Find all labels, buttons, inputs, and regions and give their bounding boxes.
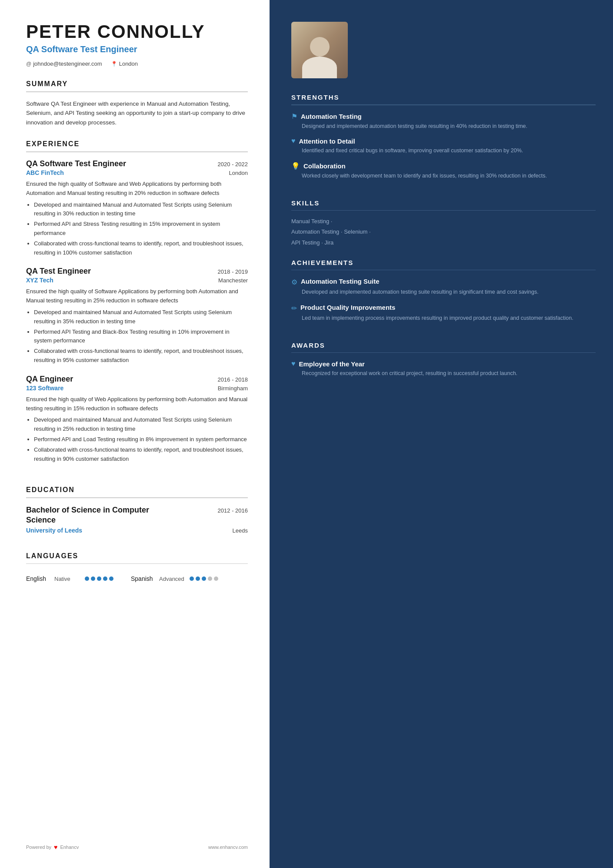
job-company-row-1: ABC FinTech London (26, 169, 248, 176)
dot-s2 (196, 576, 200, 581)
award-item-1: ♥ Employee of the Year Recognized for ex… (291, 360, 596, 378)
footer-left: Powered by ♥ Enhancv (26, 844, 79, 851)
achievement-header-1: ⚙ Automation Testing Suite (291, 277, 596, 286)
edu-university-1: University of Leeds (26, 527, 82, 534)
lang-name-english: English (26, 575, 50, 582)
achievements-section: ACHIEVEMENTS ⚙ Automation Testing Suite … (291, 259, 596, 329)
achievements-divider (291, 270, 596, 271)
strength-title-3: Collaboration (303, 162, 346, 170)
bullet-3-1: Developed and maintained Manual and Auto… (34, 416, 248, 434)
awards-section: AWARDS ♥ Employee of the Year Recognized… (291, 342, 596, 385)
lang-dots-spanish (190, 576, 218, 581)
photo-head (310, 37, 330, 57)
job-company-1: ABC FinTech (26, 169, 64, 176)
edu-location-1: Leeds (233, 527, 248, 534)
lang-dots-english (85, 576, 113, 581)
job-desc-1: Ensured the high quality of Software and… (26, 180, 248, 198)
award-title-1: Employee of the Year (299, 360, 365, 368)
edu-dates-1: 2012 - 2016 (218, 507, 248, 514)
job-dates-3: 2016 - 2018 (218, 376, 248, 383)
strength-icon-3: 💡 (291, 162, 300, 170)
skills-section: SKILLS Manual Testing · Automation Testi… (291, 199, 596, 247)
bullet-1-2: Performed API and Stress Testing resulti… (34, 220, 248, 238)
dot-3 (97, 576, 101, 581)
job-bullets-1: Developed and maintained Manual and Auto… (26, 201, 248, 258)
dot-2 (91, 576, 95, 581)
strength-icon-1: ⚑ (291, 112, 297, 121)
job-title: QA Software Test Engineer (26, 44, 248, 54)
email-icon: @ (26, 61, 31, 67)
bullet-2-1: Developed and maintained Manual and Auto… (34, 308, 248, 326)
languages-divider (26, 563, 248, 564)
summary-title: SUMMARY (26, 80, 248, 88)
bullet-2-3: Collaborated with cross-functional teams… (34, 347, 248, 365)
edu-uni-row-1: University of Leeds Leeds (26, 527, 248, 534)
profile-photo (291, 22, 348, 78)
lang-level-english: Native (54, 576, 80, 582)
footer-website: www.enhancv.com (208, 845, 248, 850)
job-company-2: XYZ Tech (26, 277, 53, 284)
skill-row-3: API Testing · Jira (291, 239, 596, 247)
strength-title-2: Attention to Detail (299, 137, 355, 145)
strength-header-1: ⚑ Automation Testing (291, 112, 596, 121)
dot-4 (103, 576, 107, 581)
awards-divider (291, 352, 596, 353)
achievement-icon-1: ⚙ (291, 278, 297, 286)
email-contact: @ johndoe@testengineer.com (26, 60, 102, 67)
languages-row: English Native Spanish Advanced (26, 571, 248, 582)
bullet-1-3: Collaborated with cross-functional teams… (34, 239, 248, 258)
award-desc-1: Recognized for exceptional work on criti… (291, 369, 596, 378)
lang-name-spanish: Spanish (131, 575, 155, 582)
dot-s4 (208, 576, 212, 581)
bullet-3-2: Performed API and Load Testing resulting… (34, 435, 248, 444)
dot-1 (85, 576, 89, 581)
bullet-1-1: Developed and maintained Manual and Auto… (34, 201, 248, 219)
header-section: PETER CONNOLLY QA Software Test Engineer… (26, 22, 248, 67)
achievement-title-1: Automation Testing Suite (301, 277, 380, 286)
email-value: johndoe@testengineer.com (33, 60, 102, 67)
awards-title: AWARDS (291, 342, 596, 349)
strengths-divider (291, 104, 596, 105)
job-dates-1: 2020 - 2022 (218, 161, 248, 168)
resume-container: PETER CONNOLLY QA Software Test Engineer… (0, 0, 613, 868)
photo-body (302, 57, 337, 78)
skill-row-2: Automation Testing · Selenium · (291, 228, 596, 236)
achievement-header-2: ✏ Product Quality Improvements (291, 303, 596, 312)
strength-header-3: 💡 Collaboration (291, 162, 596, 170)
job-role-1: QA Software Test Engineer (26, 159, 126, 168)
achievement-item-1: ⚙ Automation Testing Suite Developed and… (291, 277, 596, 296)
summary-section: SUMMARY Software QA Test Engineer with e… (26, 80, 248, 127)
job-bullets-2: Developed and maintained Manual and Auto… (26, 308, 248, 365)
lang-level-spanish: Advanced (159, 576, 185, 582)
brand-name: Enhancv (60, 845, 79, 850)
summary-divider (26, 91, 248, 92)
summary-text: Software QA Test Engineer with experienc… (26, 99, 248, 127)
location-contact: 📍 London (111, 60, 138, 67)
job-role-3: QA Engineer (26, 375, 73, 384)
job-entry-3: QA Engineer 2016 - 2018 123 Software Bir… (26, 375, 248, 464)
job-header-3: QA Engineer 2016 - 2018 (26, 375, 248, 384)
strength-icon-2: ♥ (291, 137, 296, 145)
contact-info: @ johndoe@testengineer.com 📍 London (26, 60, 248, 67)
powered-by-label: Powered by (26, 845, 51, 850)
location-icon: 📍 (111, 61, 117, 67)
strengths-title: STRENGTHS (291, 94, 596, 101)
job-header-2: QA Test Engineer 2018 - 2019 (26, 267, 248, 276)
dot-5 (109, 576, 113, 581)
heart-icon: ♥ (54, 844, 57, 851)
strength-item-2: ♥ Attention to Detail Identified and fix… (291, 137, 596, 155)
candidate-name: PETER CONNOLLY (26, 22, 248, 42)
job-role-2: QA Test Engineer (26, 267, 91, 276)
experience-title: EXPERIENCE (26, 140, 248, 148)
skill-row-1: Manual Testing · (291, 218, 596, 225)
language-english: English Native (26, 575, 113, 582)
bullet-3-3: Collaborated with cross-functional teams… (34, 446, 248, 464)
strength-header-2: ♥ Attention to Detail (291, 137, 596, 145)
award-header-1: ♥ Employee of the Year (291, 360, 596, 368)
experience-divider (26, 151, 248, 152)
language-spanish: Spanish Advanced (131, 575, 218, 582)
job-entry-1: QA Software Test Engineer 2020 - 2022 AB… (26, 159, 248, 257)
skills-divider (291, 210, 596, 211)
dot-s1 (190, 576, 194, 581)
dot-s5 (214, 576, 218, 581)
